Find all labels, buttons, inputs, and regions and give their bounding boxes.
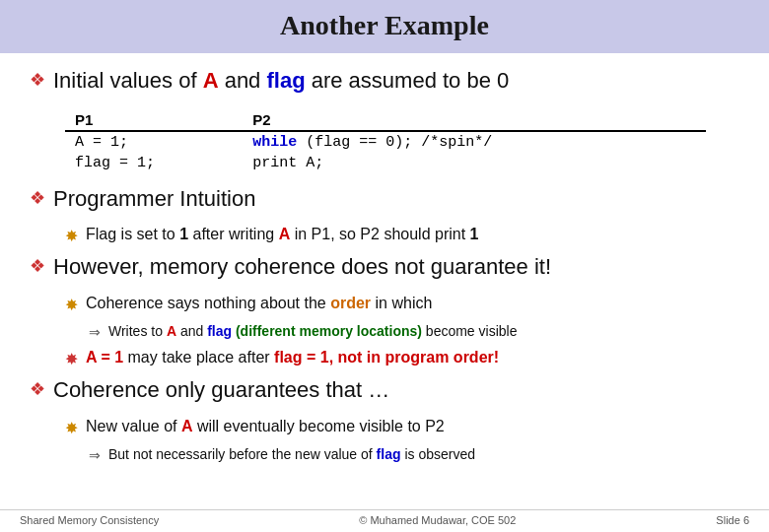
code-row-1: A = 1; while (flag == 0); /*spin*/ [65,131,706,153]
arrow2-prefix: But not necessarily before the new value… [108,446,377,462]
code-p2-line1: while (flag == 0); /*spin*/ [243,131,706,153]
bullet1-prefix: Initial values of [53,68,203,93]
code-table: P1 P2 A = 1; while (flag == 0); /*spin*/… [65,109,706,173]
arrow1-suffix: become visible [422,323,518,339]
footer-right: Slide 6 [716,514,749,526]
arrow1-prefix: Writes to [108,323,167,339]
diamond-icon-3: ❖ [30,255,45,277]
sub2-prefix: Flag is set to [86,226,179,242]
arrow1-paren: (different memory locations) [232,323,422,339]
sun-icon-2: ✸ [65,296,78,314]
footer-center: © Muhamed Mudawar, COE 502 [359,514,516,526]
sub3b-A: A = 1 [86,349,123,366]
diamond-icon-4: ❖ [30,378,45,400]
arrow-icon-1: ⇒ [89,324,101,340]
sub-bullet-3b-text: A = 1 may take place after flag = 1, not… [86,348,499,368]
arrow1-middle: and [176,323,207,339]
sub3b-suffix1: may take place after [123,349,274,366]
sub2-middle2: in P1, so P2 should print [290,226,469,242]
sub3a-order: order [330,295,371,311]
arrow-icon-2: ⇒ [89,447,101,463]
sun-icon-3: ✸ [65,350,78,368]
arrow-item-2: ⇒ But not necessarily before the new val… [89,445,739,463]
col2-header: P2 [243,109,706,131]
arrow2-suffix: is observed [401,446,475,462]
bullet-4-text: Coherence only guarantees that … [53,376,389,405]
sub-bullet-3a: ✸ Coherence says nothing about the order… [65,294,739,314]
title-bar: Another Example [0,0,769,53]
bullet-3-text: However, memory coherence does not guara… [53,253,551,282]
arrow2-flag: flag [377,446,401,462]
sub-bullet-3a-text: Coherence says nothing about the order i… [86,294,432,314]
arrow1-A: A [167,323,176,339]
sub4-prefix: New value of [86,418,181,434]
bullet1-A: A [203,68,219,93]
bullet-1: ❖ Initial values of A and flag are assum… [30,67,739,96]
sub3b-flag: flag = 1 [274,349,329,366]
sub2-one: 1 [179,226,188,242]
code-section: P1 P2 A = 1; while (flag == 0); /*spin*/… [65,105,739,179]
sub-bullet-3b: ✸ A = 1 may take place after flag = 1, n… [65,348,739,368]
slide-footer: Shared Memory Consistency © Muhamed Muda… [0,509,769,532]
code-p1-line2: flag = 1; [65,153,243,173]
sun-icon-1: ✸ [65,227,78,245]
bullet-1-text: Initial values of A and flag are assumed… [53,67,509,96]
sub4-suffix: will eventually become visible to P2 [193,418,445,434]
sub2-A: A [279,226,291,242]
bullet-2-text: Programmer Intuition [53,185,255,214]
arrow-1-text: Writes to A and flag (different memory l… [108,322,517,340]
sub2-one2: 1 [470,226,479,242]
bullet-3: ❖ However, memory coherence does not gua… [30,253,739,282]
sub-bullet-4: ✸ New value of A will eventually become … [65,417,739,437]
bullet1-middle: and [219,68,267,93]
arrow1-flag: flag [207,323,232,339]
arrow-2-text: But not necessarily before the new value… [108,445,475,463]
bullet1-suffix: are assumed to be 0 [306,68,510,93]
sun-icon-4: ✸ [65,419,78,437]
sub-bullet-2: ✸ Flag is set to 1 after writing A in P1… [65,225,739,245]
code-p2-line2: print A; [243,153,706,173]
bullet-4: ❖ Coherence only guarantees that … [30,376,739,405]
col1-header: P1 [65,109,243,131]
slide-title: Another Example [280,10,489,40]
sub3a-prefix: Coherence says nothing about the [86,295,330,311]
sub2-middle: after writing [188,226,279,242]
sub-bullet-2-text: Flag is set to 1 after writing A in P1, … [86,225,478,245]
sub3b-suffix2: , not in program order! [329,349,499,366]
while-keyword: while [252,134,297,151]
diamond-icon-1: ❖ [30,69,45,91]
diamond-icon-2: ❖ [30,187,45,209]
sub4-A: A [181,418,193,434]
sub3a-suffix: in which [371,295,432,311]
code-p1-line1: A = 1; [65,131,243,153]
sub-bullet-4-text: New value of A will eventually become vi… [86,417,445,437]
arrow-item-1: ⇒ Writes to A and flag (different memory… [89,322,739,340]
bullet1-flag: flag [266,68,305,93]
code-row-2: flag = 1; print A; [65,153,706,173]
bullet-2: ❖ Programmer Intuition [30,185,739,214]
slide-content: ❖ Initial values of A and flag are assum… [0,53,769,509]
p2-line1-rest: (flag == 0); /*spin*/ [297,134,492,151]
footer-left: Shared Memory Consistency [20,514,159,526]
slide: Another Example ❖ Initial values of A an… [0,0,769,532]
